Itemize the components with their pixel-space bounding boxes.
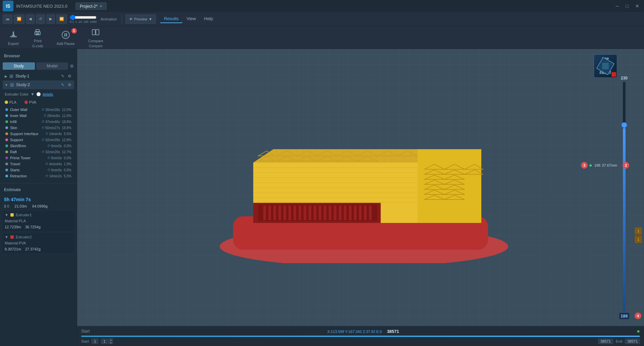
animation-label: Animation <box>101 17 117 21</box>
raft-time: ⏱32min20s <box>42 150 60 154</box>
study2-item[interactable]: ▼ ⊞ Study-2 ✎ ⚙ <box>3 80 74 89</box>
feature-infill[interactable]: Infill ⏱47min46s 18.8% <box>3 119 74 125</box>
infill-name: Infill <box>10 120 40 124</box>
study2-expand-icon: ▼ <box>5 83 8 87</box>
nav-menu: Results View Help <box>160 15 217 23</box>
step-back-button[interactable]: ⏪ <box>14 14 24 24</box>
compare-button[interactable]: Compare Compare <box>86 25 106 50</box>
steps-label: Start <box>81 329 90 334</box>
preview-button[interactable]: 👁 Preview ▼ <box>125 14 156 24</box>
skin-name: Skin <box>10 126 40 130</box>
step-forward-button[interactable]: ⏩ <box>56 14 67 24</box>
inner-wall-name: Inner Wall <box>10 114 42 118</box>
support-dot <box>5 138 8 141</box>
study2-settings-icon[interactable]: ⚙ <box>67 82 72 88</box>
back-to-start-button[interactable]: ⏮ <box>3 14 12 24</box>
start-step-num: 1 <box>92 339 98 344</box>
separator <box>122 14 122 24</box>
infill-dot <box>5 120 8 123</box>
marker2-container: 2 <box>623 162 629 169</box>
extruder2-header[interactable]: ▼ Extruder2 <box>5 235 72 239</box>
orientation-cube[interactable]: TOP FRONT <box>594 54 617 78</box>
study2-label: Study-2 <box>16 82 30 87</box>
nav-results[interactable]: Results <box>160 15 182 23</box>
browser-icon-btn[interactable]: ⊞ <box>69 62 74 70</box>
feature-skin[interactable]: Skin ⏱50min27s 19.8% <box>3 125 74 131</box>
loop-button[interactable]: ↺ <box>36 14 45 24</box>
maximize-button[interactable]: □ <box>624 3 631 9</box>
study1-settings-icon[interactable]: ⚙ <box>67 73 72 79</box>
layer-max-val: 230 <box>621 76 628 80</box>
outer-wall-dot <box>5 108 8 111</box>
feature-skirt-brim[interactable]: Skirt/Brim ⏱0min0s 0.0% <box>3 143 74 149</box>
feature-travel[interactable]: Travel ⏱4min44s 1.9% <box>3 161 74 167</box>
svg-rect-33 <box>339 206 341 220</box>
add-pause-icon <box>60 30 71 40</box>
extruder2-values: 8.30721m 27.3742g <box>5 247 72 251</box>
tab-bar: Project-2* ✕ <box>75 2 611 10</box>
extruder1-header[interactable]: ▼ Extruder1 <box>5 213 72 217</box>
layer-icon-2[interactable]: 1 <box>635 236 642 243</box>
viewport[interactable]: TOP FRONT 230 186 3 ● 186 37.67mm <box>77 49 644 346</box>
feature-support[interactable]: Support ⏱32min39s 12.8% <box>3 137 74 143</box>
model-button[interactable]: Model <box>36 62 68 70</box>
steps-slider[interactable] <box>81 336 640 337</box>
print-button[interactable]: Print G-code <box>30 25 46 50</box>
feature-inner-wall[interactable]: Inner Wall ⏱28min6s 11.0% <box>3 113 74 119</box>
orient-red-corner <box>611 72 616 77</box>
travel-pct: 1.9% <box>64 162 71 166</box>
extruder2-material-row: Material:PVA <box>5 240 72 246</box>
raft-dot <box>5 151 8 153</box>
support-interface-pct: 5.5% <box>64 132 71 136</box>
feature-support-interface[interactable]: Support Interface ⏱14min4s 5.5% <box>3 131 74 137</box>
study1-edit-icon[interactable]: ✎ <box>60 73 65 79</box>
outer-wall-name: Outer Wall <box>10 108 40 112</box>
export-button[interactable]: Export <box>5 27 21 48</box>
feature-prime-tower[interactable]: Prime Tower ⏱0min0s 0.0% <box>3 155 74 161</box>
retraction-pct: 5.5% <box>64 174 71 178</box>
add-pause-badge: 1 <box>71 28 77 34</box>
support-interface-name: Support Interface <box>10 132 43 136</box>
close-button[interactable]: ✕ <box>633 3 641 9</box>
end-foot-label: End <box>616 339 623 343</box>
layer-icon-1[interactable]: 1 <box>635 227 642 235</box>
tab-close-icon[interactable]: ✕ <box>100 4 102 8</box>
nav-view[interactable]: View <box>182 15 200 23</box>
nav-help[interactable]: Help <box>200 15 217 23</box>
play-reverse-button[interactable]: ◀ <box>26 14 35 24</box>
action-toolbar: Export Print G-code 1 Add Pause Compare … <box>0 26 644 49</box>
window-controls: ─ □ ✕ <box>614 3 641 9</box>
ext2-material: Material:PVA <box>5 241 26 245</box>
step-stepper[interactable]: 1 ▲ ▼ <box>101 338 113 344</box>
svg-rect-29 <box>319 206 321 220</box>
step-stepper-controls[interactable]: ▲ ▼ <box>108 338 113 344</box>
inner-wall-dot <box>5 114 8 117</box>
active-tab[interactable]: Project-2* ✕ <box>75 2 107 10</box>
feature-outer-wall[interactable]: Outer Wall ⏱30min28s 12.0% <box>3 107 74 113</box>
step-up-button[interactable]: ▲ <box>108 338 113 341</box>
layer-slider-handle[interactable] <box>622 122 627 128</box>
support-interface-time: ⏱14min4s <box>45 132 62 136</box>
study2-edit-icon[interactable]: ✎ <box>60 82 65 88</box>
right-panel-icons: 1 1 <box>635 227 642 243</box>
svg-rect-8 <box>66 33 67 37</box>
start-foot-label: Start <box>81 339 89 343</box>
study-button[interactable]: Study <box>3 62 35 70</box>
feature-raft[interactable]: Raft ⏱32min20s 12.7% <box>3 149 74 155</box>
animation-slider[interactable] <box>70 15 97 20</box>
ext1-length: 12.7239m <box>5 225 21 229</box>
add-pause-button[interactable]: 1 Add Pause <box>54 27 77 48</box>
details-link[interactable]: details <box>43 92 53 96</box>
feature-retraction[interactable]: Retraction ⏱14min2s 5.5% <box>3 173 74 179</box>
step-down-button[interactable]: ▼ <box>108 341 113 344</box>
layer-slider-track[interactable] <box>623 82 626 311</box>
support-pct: 12.8% <box>62 138 71 142</box>
extruder1-material-row: Material:PLA <box>5 218 72 224</box>
feature-starts[interactable]: Starts ⏱0min0s 0.0% <box>3 167 74 173</box>
starts-dot <box>5 169 8 171</box>
study1-item[interactable]: ▶ ⊞ Study-1 ✎ ⚙ <box>3 72 74 80</box>
inner-wall-pct: 11.0% <box>62 114 71 118</box>
play-button[interactable]: ▶ <box>46 14 55 24</box>
preview-icon: 👁 <box>129 17 133 21</box>
minimize-button[interactable]: ─ <box>614 3 621 9</box>
